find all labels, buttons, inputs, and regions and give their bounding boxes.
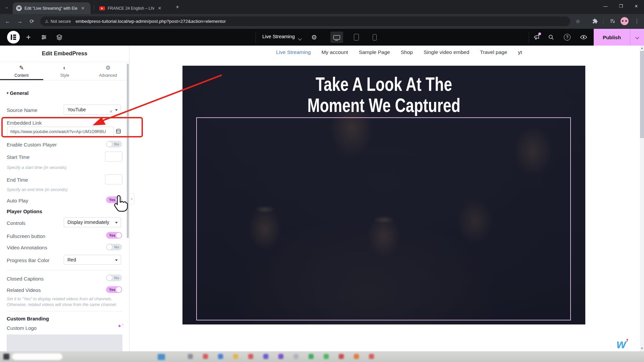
puzzle-icon bbox=[592, 18, 598, 24]
device-desktop-button[interactable] bbox=[330, 32, 343, 43]
nav-link-shop[interactable]: Shop bbox=[401, 49, 413, 55]
nav-link-travel-page[interactable]: Travel page bbox=[480, 49, 507, 55]
tab-style[interactable]: ◐ Style bbox=[43, 64, 86, 78]
topbar-divider bbox=[529, 32, 529, 43]
page-settings-gear-icon[interactable]: ⚙ bbox=[311, 34, 317, 41]
nav-link-sample-page[interactable]: Sample Page bbox=[359, 49, 390, 55]
page-scrollbar-thumb[interactable] bbox=[640, 51, 644, 138]
general-section-header[interactable]: ▾ General bbox=[7, 90, 29, 96]
taskbar-icon[interactable] bbox=[278, 354, 283, 359]
whats-new-button[interactable] bbox=[533, 34, 540, 42]
controls-select[interactable]: Display immediately bbox=[64, 217, 121, 227]
bookmark-star-icon[interactable]: ☆ bbox=[574, 17, 582, 25]
url-text: embedpress-tuitorial.local/wp-admin/post… bbox=[75, 19, 226, 24]
window-maximize-button[interactable]: ❐ bbox=[613, 0, 629, 12]
tab-close-icon[interactable]: ✕ bbox=[157, 6, 162, 11]
browser-tab-active[interactable]: W Edit "Live Streaming" with Elem ✕ bbox=[13, 2, 91, 14]
controls-label: Controls bbox=[7, 220, 25, 226]
taskbar-icon[interactable] bbox=[248, 354, 253, 359]
nav-link-my-account[interactable]: My account bbox=[321, 49, 348, 55]
site-settings-button[interactable] bbox=[41, 34, 47, 42]
taskbar-icon[interactable] bbox=[218, 354, 223, 359]
embed-widget-selection-outline[interactable] bbox=[196, 117, 571, 320]
taskbar-search-box[interactable] bbox=[12, 353, 62, 360]
tab-close-icon[interactable]: ✕ bbox=[80, 6, 86, 11]
taskbar-icon[interactable] bbox=[293, 354, 299, 359]
panel-divider bbox=[7, 270, 122, 270]
clear-x-icon[interactable]: ✕ bbox=[109, 107, 113, 116]
address-bar[interactable]: ⚠ Not secure embedpress-tuitorial.local/… bbox=[40, 16, 570, 26]
custom-branding-heading: Custom Branding bbox=[7, 316, 49, 321]
tab-search-button[interactable]: ⌄ bbox=[3, 4, 10, 11]
reload-button[interactable]: ⟳ bbox=[28, 17, 36, 26]
enable-custom-player-toggle[interactable]: No bbox=[106, 141, 122, 147]
desktop-icon bbox=[333, 35, 340, 40]
preview-changes-button[interactable] bbox=[580, 34, 587, 42]
gear-icon: ⚙ bbox=[87, 64, 129, 72]
publish-button[interactable]: Publish bbox=[594, 35, 630, 40]
start-button[interactable] bbox=[3, 354, 9, 360]
device-tablet-button[interactable] bbox=[350, 32, 363, 43]
forward-button[interactable]: → bbox=[15, 17, 24, 26]
scroll-down-arrow[interactable]: ▼ bbox=[640, 347, 644, 351]
end-time-hint: Specify an end time (in seconds) bbox=[7, 187, 67, 193]
fullscreen-button-label: Fullscreen button bbox=[7, 233, 45, 239]
annotation-highlight-rect bbox=[1, 117, 143, 137]
ai-sparkle-icon[interactable]: ✦✧ bbox=[117, 323, 124, 329]
extensions-icon[interactable] bbox=[591, 17, 599, 25]
taskbar-icon[interactable] bbox=[324, 354, 329, 359]
end-time-input[interactable] bbox=[105, 174, 122, 184]
caret-down-icon bbox=[115, 259, 118, 261]
browser-menu-kebab-icon[interactable]: ⋮ bbox=[633, 17, 641, 25]
nav-link-single-video-embed[interactable]: Single video embed bbox=[424, 49, 469, 55]
nav-link-yt[interactable]: yt bbox=[518, 49, 522, 55]
taskbar-icon[interactable] bbox=[233, 354, 238, 359]
document-switcher[interactable]: Live Streaming bbox=[262, 34, 295, 39]
taskbar-icon[interactable] bbox=[369, 354, 374, 359]
finder-search-button[interactable] bbox=[548, 34, 554, 42]
scroll-up-arrow[interactable]: ▲ bbox=[640, 46, 644, 50]
tab-content[interactable]: ✎ Content bbox=[0, 64, 43, 78]
taskbar-icon[interactable] bbox=[354, 354, 359, 359]
hero-heading[interactable]: Take A Look At The Moment We Captured bbox=[227, 74, 541, 116]
custom-logo-media-placeholder[interactable] bbox=[7, 335, 122, 351]
start-time-input[interactable] bbox=[105, 152, 122, 162]
taskbar-icon[interactable] bbox=[339, 354, 344, 359]
document-chevron-down-icon[interactable] bbox=[299, 35, 301, 41]
related-videos-toggle[interactable]: Yes bbox=[106, 286, 122, 293]
taskbar-icon[interactable] bbox=[263, 354, 268, 359]
progress-bar-color-select[interactable]: Red bbox=[64, 255, 121, 265]
caret-down-icon bbox=[115, 109, 118, 111]
video-annotations-label: Video Annotations bbox=[7, 245, 47, 250]
video-annotations-toggle[interactable]: No bbox=[106, 244, 122, 250]
browser-tab-inactive[interactable]: FRANCE 24 English – LIVE – Inte ✕ bbox=[96, 2, 166, 14]
taskbar-icon[interactable] bbox=[188, 354, 193, 359]
pencil-icon: ✎ bbox=[0, 64, 43, 72]
media-controls-icon[interactable] bbox=[608, 17, 617, 25]
panel-collapse-handle[interactable]: ‹ bbox=[129, 193, 135, 204]
help-button[interactable]: ? bbox=[564, 34, 571, 41]
closed-captions-toggle[interactable]: No bbox=[106, 275, 122, 281]
add-element-button[interactable]: + bbox=[26, 33, 31, 42]
source-name-label: Source Name bbox=[7, 107, 38, 113]
device-mobile-button[interactable] bbox=[368, 32, 381, 43]
publish-split-button: Publish bbox=[594, 29, 644, 46]
window-close-button[interactable]: ✕ bbox=[629, 0, 644, 12]
back-button[interactable]: ← bbox=[3, 17, 12, 26]
fullscreen-toggle[interactable]: Yes bbox=[106, 232, 122, 239]
tab-advanced[interactable]: ⚙ Advanced bbox=[87, 64, 129, 78]
taskbar-icon[interactable] bbox=[309, 354, 314, 359]
taskbar-icon[interactable] bbox=[203, 354, 208, 359]
mobile-icon bbox=[373, 34, 377, 41]
publish-options-button[interactable] bbox=[630, 36, 644, 39]
related-videos-description: Set it to "Yes" to display related video… bbox=[7, 296, 121, 308]
structure-navigator-button[interactable] bbox=[56, 34, 63, 42]
window-minimize-button[interactable]: — bbox=[598, 0, 613, 12]
nav-link-live-streaming[interactable]: Live Streaming bbox=[276, 49, 311, 55]
elementor-logo-button[interactable] bbox=[7, 31, 20, 44]
new-tab-button[interactable]: + bbox=[174, 4, 181, 11]
taskbar-icon[interactable] bbox=[158, 354, 165, 360]
profile-avatar[interactable] bbox=[621, 17, 629, 25]
source-name-select[interactable]: YouTube ✕ bbox=[64, 105, 121, 115]
auto-play-label: Auto Play bbox=[7, 198, 28, 203]
